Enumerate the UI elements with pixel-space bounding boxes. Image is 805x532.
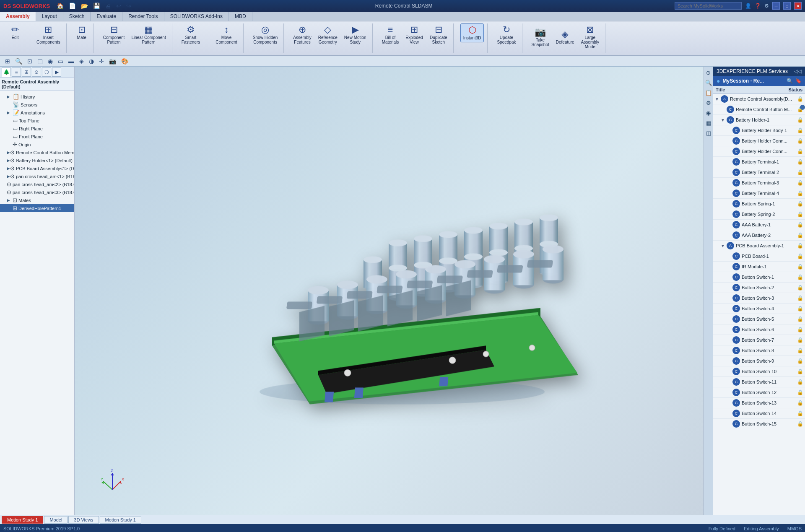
view-orient-icon[interactable]: ⊞: [3, 58, 12, 65]
home-btn[interactable]: 🏠: [55, 3, 65, 9]
viewport[interactable]: X Y Z: [75, 67, 704, 515]
close-button[interactable]: ✕: [794, 2, 802, 10]
rt-item-button-switch-1[interactable]: C Button Switch-1 🔒: [713, 272, 805, 283]
linear-pattern-button[interactable]: ▦ Linear ComponentPattern: [129, 23, 168, 46]
smart-fasteners-button[interactable]: ⚙ SmartFasteners: [179, 23, 203, 46]
3dex-icon4[interactable]: ⚙: [704, 99, 713, 107]
rt-item-button-switch-10[interactable]: C Button Switch-10 🔒: [713, 366, 805, 377]
show-hidden-button[interactable]: ◎ Show HiddenComponents: [250, 23, 280, 46]
exploded-view-button[interactable]: ⊞ ExplodedView: [403, 23, 426, 46]
rt-item-button-switch-14[interactable]: C Button Switch-14 🔒: [713, 408, 805, 419]
rt-item-aaa-battery-1[interactable]: C AAA Battery-1 🔒: [713, 220, 805, 230]
expand-tab[interactable]: ▶: [52, 67, 61, 77]
rt-item-button-switch-2[interactable]: C Button Switch-2 🔒: [713, 283, 805, 293]
settings-icon[interactable]: ⚙: [764, 3, 769, 9]
collapse-panel-button[interactable]: ◁◁: [794, 68, 802, 74]
rt-item-battery-terminal-2[interactable]: C Battery Terminal-2 🔒: [713, 167, 805, 178]
zoom-icon[interactable]: 🔍: [13, 58, 24, 65]
tree-item-mates[interactable]: ▶ ⊡ Mates: [0, 196, 74, 204]
search-input[interactable]: [675, 2, 742, 10]
bom-button[interactable]: ≡ Bill ofMaterials: [379, 23, 402, 46]
config-tab[interactable]: ⊞: [22, 67, 31, 77]
rt-item-button-switch-11[interactable]: C Button Switch-11 🔒: [713, 377, 805, 387]
update-speedpak-button[interactable]: ↻ UpdateSpeedpak: [494, 23, 518, 46]
rt-item-ir-module[interactable]: C IR Module-1 🔒: [713, 262, 805, 272]
assembly-features-button[interactable]: ⊕ AssemblyFeatures: [291, 23, 314, 46]
properties-tab[interactable]: ≡: [12, 67, 21, 77]
rt-item-button-switch-8[interactable]: C Button Switch-8 🔒: [713, 345, 805, 356]
tree-item-right-plane[interactable]: ▭ Right Plane: [0, 125, 74, 132]
section-icon[interactable]: ◫: [36, 58, 44, 65]
axis-icon[interactable]: ✛: [97, 58, 106, 65]
mate-button[interactable]: ⊡ Mate: [73, 23, 90, 42]
render-icon[interactable]: ◈: [78, 58, 86, 65]
rt-item-battery-spring-2[interactable]: C Battery Spring-2 🔒: [713, 209, 805, 220]
minimize-button[interactable]: ─: [772, 2, 780, 10]
rt-item-button-switch-13[interactable]: C Button Switch-13 🔒: [713, 398, 805, 408]
tab-evaluate[interactable]: Evaluate: [91, 12, 122, 21]
maximize-button[interactable]: □: [783, 2, 791, 10]
3dex-icon2[interactable]: 🔍: [704, 78, 713, 87]
3dex-icon1[interactable]: ⊙: [704, 68, 713, 77]
tab-model[interactable]: Model: [44, 516, 68, 524]
3dex-icon7[interactable]: ◫: [704, 129, 713, 137]
rt-item-battery-holder[interactable]: ▼ C Battery Holder-1 🔒: [713, 115, 805, 125]
tree-item-button-membrane[interactable]: ▶ ⊙ Remote Control Button Membran...: [0, 148, 74, 156]
display-style-icon[interactable]: ▭: [56, 58, 65, 65]
appearance-icon[interactable]: 🎨: [119, 58, 130, 65]
tab-3d-views[interactable]: 3D Views: [68, 516, 99, 524]
snapshot-button[interactable]: 📷 TakeSnapshot: [529, 26, 552, 49]
rt-item-battery-terminal-1[interactable]: C Battery Terminal-1 🔒: [713, 157, 805, 167]
help-icon[interactable]: ❓: [755, 3, 761, 9]
undo-btn[interactable]: ↩: [114, 3, 123, 9]
tree-item-derived-hole[interactable]: ⊞ DerivedHolePattern1: [0, 204, 74, 212]
3dex-icon5[interactable]: ◉: [704, 109, 713, 117]
tab-assembly[interactable]: Assembly: [0, 12, 36, 21]
tab-motion-study-1[interactable]: Motion Study 1: [100, 516, 141, 524]
print-btn[interactable]: 🖨: [104, 3, 113, 9]
rt-item-battery-conn-2[interactable]: C Battery Holder Conn... 🔒: [713, 146, 805, 157]
tab-motion-study[interactable]: Motion Study 1: [2, 516, 43, 524]
rt-item-pcb-board-1[interactable]: C PCB Board-1 🔒: [713, 251, 805, 262]
large-assembly-button[interactable]: ⊠ LargeAssemblyMode: [579, 23, 602, 51]
tree-item-pan-cross-1[interactable]: ▶ ⊙ pan cross head_am<1> (B18.6.7M...: [0, 172, 74, 180]
appearance-tab[interactable]: ⬡: [42, 67, 51, 77]
tab-addins[interactable]: SOLIDWORKS Add-Ins: [164, 12, 229, 21]
3dex-icon6[interactable]: ▦: [704, 119, 713, 127]
3dex-icon3[interactable]: 📋: [704, 88, 713, 97]
session-search-icon[interactable]: 🔍: [787, 78, 793, 84]
feature-tree[interactable]: ▶ 📋 History 📡 Sensors ▶ 📝 Annotations ▭ …: [0, 91, 74, 515]
feature-tree-tab[interactable]: 🌲: [2, 67, 11, 77]
rt-item-aaa-battery-2[interactable]: C AAA Battery-2 🔒: [713, 230, 805, 241]
instant3d-button[interactable]: ⬡ Instant3D: [460, 23, 484, 42]
rt-item-button-switch-3[interactable]: C Button Switch-3 🔒: [713, 293, 805, 304]
tree-item-history[interactable]: ▶ 📋 History: [0, 93, 74, 101]
rt-item-battery-terminal-3[interactable]: C Battery Terminal-3 🔒: [713, 178, 805, 188]
tree-item-front-plane[interactable]: ▭ Front Plane: [0, 132, 74, 140]
component-pattern-button[interactable]: ⊟ ComponentPattern: [101, 23, 127, 46]
tab-mbd[interactable]: MBD: [229, 12, 252, 21]
defeature-button[interactable]: ◈ Defeature: [553, 28, 577, 46]
rt-item-button-switch-15[interactable]: C Button Switch-15 🔒: [713, 419, 805, 429]
display-tab[interactable]: ⊙: [32, 67, 41, 77]
tree-item-origin[interactable]: ✛ Origin: [0, 140, 74, 148]
duplicate-sketch-button[interactable]: ⊟ DuplicateSketch: [427, 23, 450, 46]
rt-item-button-switch-9[interactable]: C Button Switch-9 🔒: [713, 356, 805, 366]
motion-study-button[interactable]: ▶ New MotionStudy: [342, 23, 369, 46]
tree-item-battery-holder[interactable]: ▶ ⊙ Battery Holder<1> (Default): [0, 156, 74, 164]
session-bookmark-icon[interactable]: 🔖: [795, 78, 802, 84]
tab-sketch[interactable]: Sketch: [63, 12, 91, 21]
move-component-button[interactable]: ↕ MoveComponent: [213, 23, 240, 46]
rt-item-button-switch-6[interactable]: C Button Switch-6 🔒: [713, 324, 805, 335]
tab-layout[interactable]: Layout: [36, 12, 63, 21]
right-tree[interactable]: ▼ A Remote Control Assembly(D... 🔒 C Rem…: [713, 94, 805, 515]
rt-item-root[interactable]: ▼ A Remote Control Assembly(D... 🔒: [713, 94, 805, 104]
save-btn[interactable]: 💾: [91, 3, 102, 9]
rt-item-button-switch-7[interactable]: C Button Switch-7 🔒: [713, 335, 805, 345]
rt-item-button-switch-4[interactable]: C Button Switch-4 🔒: [713, 304, 805, 314]
tree-item-pan-cross-2[interactable]: ⊙ pan cross head_am<2> (B18.6.7M...: [0, 180, 74, 188]
insert-components-button[interactable]: ⊞ InsertComponents: [34, 23, 63, 46]
tree-item-pcb-board[interactable]: ▶ ⊙ PCB Board Assembly<1> (Default): [0, 164, 74, 172]
rt-item-button-switch-12[interactable]: C Button Switch-12 🔒: [713, 387, 805, 398]
tree-item-top-plane[interactable]: ▭ Top Plane: [0, 117, 74, 125]
